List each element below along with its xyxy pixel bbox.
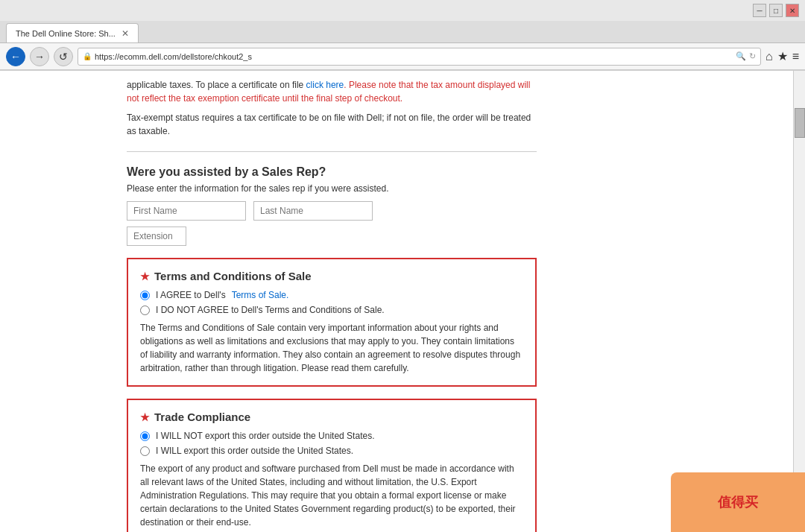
trade-will-export-option: I WILL export this order outside the Uni…	[140, 446, 523, 456]
trade-will-export-radio[interactable]	[140, 446, 150, 456]
address-bar[interactable]: 🔒 https://ecomm.dell.com/dellstore/chkou…	[78, 48, 761, 66]
browser-chrome: ─ □ ✕ The Dell Online Store: Sh... ✕ ← →…	[0, 0, 805, 71]
tax-line1-normal: applicable taxes. To place a certificate…	[127, 80, 306, 90]
scrollbar-thumb[interactable]	[795, 108, 805, 138]
tab-title: The Dell Online Store: Sh...	[16, 29, 116, 38]
bookmark-icon[interactable]: ★	[777, 49, 788, 63]
tax-notice: applicable taxes. To place a certificate…	[127, 71, 537, 105]
terms-disagree-label: I DO NOT AGREE to Dell's Terms and Condi…	[156, 305, 385, 315]
trade-required-star: ★	[140, 411, 150, 423]
content-inner: applicable taxes. To place a certificate…	[0, 71, 566, 532]
extension-input[interactable]	[127, 227, 186, 246]
close-button[interactable]: ✕	[786, 4, 799, 17]
terms-required-star: ★	[140, 270, 150, 282]
tab-bar: The Dell Online Store: Sh... ✕	[0, 21, 805, 43]
forward-button[interactable]: →	[30, 47, 49, 66]
terms-section: ★ Terms and Conditions of Sale I AGREE t…	[127, 258, 537, 387]
search-icon: 🔍	[736, 51, 746, 61]
first-name-input[interactable]	[127, 201, 246, 221]
watermark-text: 值得买	[718, 493, 758, 511]
terms-of-sale-link[interactable]: Terms of Sale.	[232, 290, 289, 300]
sales-rep-extension-row	[127, 227, 537, 246]
trade-heading: Trade Compliance	[154, 411, 250, 423]
title-bar: ─ □ ✕	[0, 0, 805, 21]
browser-tab[interactable]: The Dell Online Store: Sh... ✕	[6, 23, 139, 42]
watermark: 值得买	[671, 472, 805, 532]
trade-section: ★ Trade Compliance I WILL NOT export thi…	[127, 399, 537, 532]
url-text: https://ecomm.dell.com/dellstore/chkout2…	[95, 52, 733, 61]
maximize-button[interactable]: □	[769, 4, 783, 17]
trade-body-text: The export of any product and software p…	[140, 462, 523, 529]
tab-close-icon[interactable]: ✕	[121, 28, 129, 39]
tax-click-here-link[interactable]: click here	[306, 80, 344, 90]
page-wrapper: applicable taxes. To place a certificate…	[0, 71, 805, 532]
main-content: applicable taxes. To place a certificate…	[0, 71, 793, 532]
terms-body-text: The Terms and Conditions of Sale contain…	[140, 321, 523, 375]
terms-disagree-option: I DO NOT AGREE to Dell's Terms and Condi…	[140, 305, 523, 315]
trade-will-not-export-radio[interactable]	[140, 431, 150, 441]
terms-agree-radio[interactable]	[140, 291, 150, 300]
reload-button[interactable]: ↺	[54, 47, 73, 66]
terms-heading: Terms and Conditions of Sale	[154, 270, 312, 282]
terms-agree-label: I AGREE to Dell's	[156, 290, 226, 300]
sales-rep-title: Were you assisted by a Sales Rep?	[127, 165, 537, 179]
terms-agree-option: I AGREE to Dell's Terms of Sale.	[140, 290, 523, 300]
menu-icon[interactable]: ≡	[792, 50, 799, 63]
divider-1	[127, 151, 537, 152]
nav-bar: ← → ↺ 🔒 https://ecomm.dell.com/dellstore…	[0, 43, 805, 70]
back-button[interactable]: ←	[6, 47, 25, 66]
tax-status-text: Tax-exempt status requires a tax certifi…	[127, 111, 537, 138]
sales-rep-section: Were you assisted by a Sales Rep? Please…	[127, 165, 537, 246]
sales-rep-subtitle: Please enter the information for the sal…	[127, 183, 537, 194]
minimize-button[interactable]: ─	[753, 4, 766, 17]
lock-icon: 🔒	[83, 52, 92, 60]
scrollbar[interactable]	[793, 71, 805, 532]
sales-rep-name-row	[127, 201, 537, 221]
trade-will-not-export-option: I WILL NOT export this order outside the…	[140, 431, 523, 441]
home-icon[interactable]: ⌂	[765, 50, 773, 63]
refresh-icon: ↻	[749, 51, 756, 61]
terms-header: ★ Terms and Conditions of Sale	[140, 270, 523, 282]
trade-header: ★ Trade Compliance	[140, 411, 523, 423]
last-name-input[interactable]	[253, 201, 373, 221]
trade-will-not-export-label: I WILL NOT export this order outside the…	[156, 431, 374, 441]
trade-will-export-label: I WILL export this order outside the Uni…	[156, 446, 353, 456]
terms-disagree-radio[interactable]	[140, 305, 150, 315]
